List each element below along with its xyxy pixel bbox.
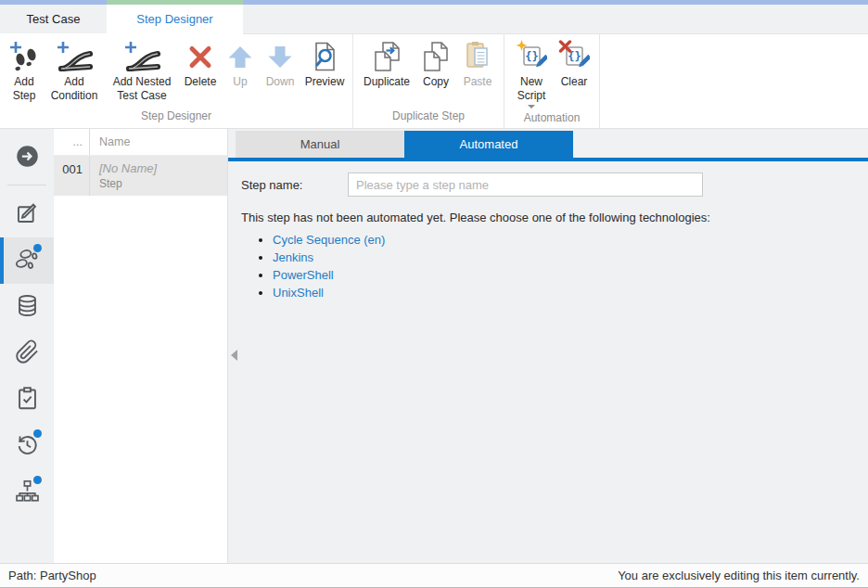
add-nested-test-case-button[interactable]: Add Nested Test Case xyxy=(106,37,178,102)
technology-link-unixshell[interactable]: UnixShell xyxy=(273,286,324,300)
svg-text:{}: {} xyxy=(525,50,538,63)
main-body: ... Name 001 [No Name] Step Manual Autom… xyxy=(0,129,868,563)
step-name-placeholder-text: [No Name] xyxy=(99,161,157,175)
preview-button[interactable]: Preview xyxy=(302,37,347,89)
up-button[interactable]: Up xyxy=(223,37,258,89)
ribbon-group-automation: {} New Script xyxy=(504,33,600,128)
step-designer-window: Test Case Step Designer xyxy=(0,0,868,588)
database-icon xyxy=(15,293,40,322)
column-header-name: Name xyxy=(90,135,227,148)
clear-script-button[interactable]: {} Clear xyxy=(555,37,594,89)
editor-tab-bar: Manual Automated xyxy=(228,129,868,158)
step-list-header: ... Name xyxy=(54,129,227,156)
duplicate-button[interactable]: Duplicate xyxy=(359,37,415,89)
not-automated-message: This step has not been automated yet. Pl… xyxy=(241,211,855,224)
collapse-panel-arrow-icon[interactable] xyxy=(231,350,237,361)
tab-automated[interactable]: Automated xyxy=(404,131,573,158)
edit-pencil-icon xyxy=(15,200,40,229)
sidebar-item-data[interactable] xyxy=(0,284,54,330)
down-arrow-icon xyxy=(265,38,295,75)
technology-list-item: Cycle Sequence (en) xyxy=(273,233,868,247)
steps-badge-dot xyxy=(33,244,42,252)
history-badge-dot xyxy=(33,429,42,438)
add-condition-icon xyxy=(56,38,93,75)
sidebar-item-history[interactable] xyxy=(0,423,54,469)
structure-badge-dot xyxy=(33,476,42,484)
add-step-button[interactable]: Add Step xyxy=(6,37,43,102)
step-name-input[interactable] xyxy=(348,173,703,197)
technology-list-item: Jenkins xyxy=(273,250,868,264)
copy-button[interactable]: Copy xyxy=(416,37,455,89)
top-accent-strip xyxy=(0,0,868,5)
add-nested-test-case-icon xyxy=(123,38,160,75)
sidebar-item-steps[interactable] xyxy=(0,237,54,284)
tab-step-designer[interactable]: Step Designer xyxy=(107,5,243,33)
column-header-number: ... xyxy=(54,129,90,155)
ribbon: Add Step Add Co xyxy=(0,33,868,129)
step-row-selected[interactable]: 001 [No Name] Step xyxy=(54,156,227,196)
technology-link-powershell[interactable]: PowerShell xyxy=(273,268,334,282)
delete-icon xyxy=(185,38,216,75)
document-tab-bar: Test Case Step Designer xyxy=(0,5,868,33)
duplicate-icon xyxy=(370,38,403,75)
technology-link-cycle-sequence[interactable]: Cycle Sequence (en) xyxy=(273,233,385,247)
active-tab-accent xyxy=(107,0,243,5)
technology-list: Cycle Sequence (en) Jenkins PowerShell U… xyxy=(228,233,868,300)
step-list-panel: ... Name 001 [No Name] Step xyxy=(54,129,228,563)
add-step-icon xyxy=(8,38,40,75)
ribbon-group-label: Automation xyxy=(509,109,594,130)
ribbon-group-label: Duplicate Step xyxy=(358,107,499,128)
sidebar-item-attachments[interactable] xyxy=(0,330,54,377)
ribbon-group-duplicate-step: Duplicate Copy xyxy=(353,33,504,128)
status-bar: Path: PartyShop You are exclusively edit… xyxy=(0,563,868,588)
step-detail-panel: Manual Automated Step name: This step ha… xyxy=(228,129,868,563)
tab-manual[interactable]: Manual xyxy=(236,131,404,158)
copy-icon xyxy=(421,38,451,75)
new-script-icon: {} xyxy=(516,38,547,75)
status-path: Path: PartyShop xyxy=(8,569,96,582)
clipboard-check-icon xyxy=(15,386,40,415)
sidebar-item-tasks[interactable] xyxy=(0,377,54,423)
paperclip-icon xyxy=(15,339,40,368)
step-name-label: Step name: xyxy=(241,178,348,192)
technology-list-item: PowerShell xyxy=(273,268,868,282)
paste-icon xyxy=(463,38,492,75)
sidebar-item-go[interactable] xyxy=(0,134,54,181)
ribbon-group-step-designer: Add Step Add Co xyxy=(0,33,353,128)
paste-button[interactable]: Paste xyxy=(457,37,498,89)
delete-button[interactable]: Delete xyxy=(180,37,221,89)
clear-script-icon: {} xyxy=(558,38,590,75)
active-tab-underline xyxy=(228,158,868,161)
up-arrow-icon xyxy=(225,38,255,75)
sidebar-divider xyxy=(7,185,46,185)
down-button[interactable]: Down xyxy=(260,37,300,89)
add-condition-button[interactable]: Add Condition xyxy=(45,37,104,102)
sidebar-item-structure[interactable] xyxy=(0,469,54,516)
step-type-label: Step xyxy=(99,177,157,190)
status-edit-message: You are exclusively editing this item cu… xyxy=(618,569,860,582)
left-icon-sidebar xyxy=(0,129,54,563)
preview-icon xyxy=(310,38,339,75)
technology-list-item: UnixShell xyxy=(273,286,868,300)
tab-test-case[interactable]: Test Case xyxy=(0,5,107,33)
new-script-button[interactable]: {} New Script xyxy=(510,37,553,109)
step-number: 001 xyxy=(54,156,90,196)
technology-link-jenkins[interactable]: Jenkins xyxy=(273,250,313,264)
ribbon-group-label: Step Designer xyxy=(5,107,348,128)
go-arrow-circle-icon xyxy=(15,144,40,173)
sidebar-item-edit[interactable] xyxy=(0,191,54,237)
